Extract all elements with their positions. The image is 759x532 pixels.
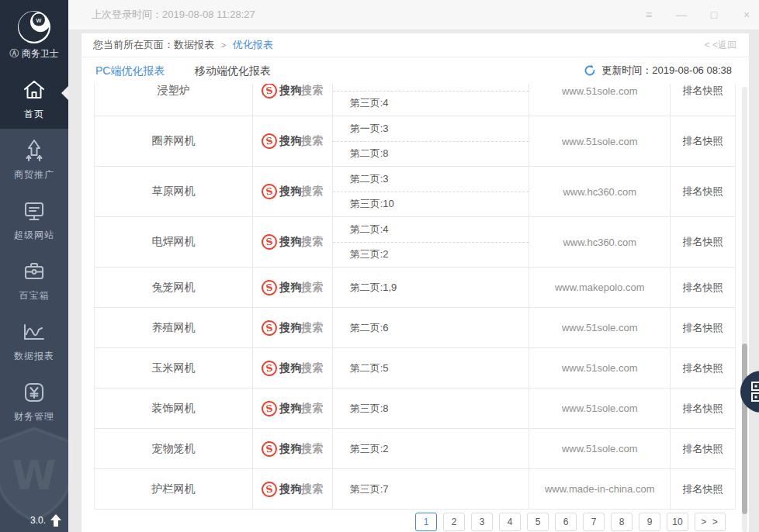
home-icon [21,77,47,103]
keyword-cell: 宠物笼机 [95,429,253,468]
tab-pc-report[interactable]: PC端优化报表 [94,57,166,85]
page-button-2[interactable]: 2 [443,513,465,531]
close-window-button[interactable]: × [740,9,753,20]
sogou-name-light: 搜索 [301,185,323,199]
page-button-5[interactable]: 5 [527,513,549,531]
page-rank-line: 第三页:2 [333,243,529,268]
promotion-icon [21,137,47,164]
snapshot-link[interactable]: 排名快照 [671,116,735,166]
snapshot-link[interactable]: 排名快照 [671,268,735,307]
sidebar-nav: 首页商贸推广超级网站百宝箱数据报表财务管理 [0,68,68,431]
svg-text:W: W [12,452,56,499]
sidebar-item-finance[interactable]: 财务管理 [0,371,68,431]
search-engine-cell: S搜狗搜索 [253,308,333,347]
search-engine-cell: S搜狗搜索 [253,268,333,307]
sidebar-item-report[interactable]: 数据报表 [0,310,68,371]
sogou-name-light: 搜索 [301,361,323,375]
website-cell: www.hc360.com [529,217,671,267]
app-logo-block: w Ⓐ 商务卫士 [0,0,68,68]
sidebar-item-toolbox[interactable]: 百宝箱 [0,250,68,310]
website-cell: www.51sole.com [529,348,671,388]
refresh-icon[interactable] [584,64,596,77]
update-arrow-icon[interactable] [50,513,62,527]
sidebar-item-home[interactable]: 首页 [0,68,68,129]
sogou-logo: S搜狗搜索 [262,234,323,250]
sidebar: w Ⓐ 商务卫士 首页商贸推广超级网站百宝箱数据报表财务管理 W 3.0. [0,0,68,532]
sidebar-item-website[interactable]: 超级网站 [0,189,68,250]
search-engine-cell: S搜狗搜索 [253,429,333,468]
sogou-name-light: 搜索 [301,482,323,496]
page-button-9[interactable]: 9 [639,513,660,531]
page-rank-cell: 第二页:1,9 [333,268,530,307]
sogou-s-icon: S [261,183,279,201]
snapshot-link[interactable]: 排名快照 [671,429,735,468]
page-rank-cell: 第三页:7 [333,469,530,509]
table-row: 玉米网机S搜狗搜索第二页:5www.51sole.com排名快照 [94,348,736,389]
sogou-logo: S搜狗搜索 [262,320,323,336]
sogou-name-strong: 搜狗 [279,235,301,249]
search-engine-cell: S搜狗搜索 [253,167,333,216]
pagination: 12345678910> > [415,513,726,531]
snapshot-link[interactable]: 排名快照 [671,469,735,509]
website-cell: www.51sole.com [529,116,671,166]
page-button-3[interactable]: 3 [471,513,493,531]
keyword-cell: 兔笼网机 [95,268,253,307]
page-button-6[interactable]: 6 [555,513,577,531]
sogou-s-icon: S [261,399,279,417]
active-item-notch-icon [61,86,68,100]
titlebar: 上次登录时间：2019-08-08 11:28:27 ≡—□× [68,0,759,29]
page-button-10[interactable]: 10 [667,513,688,531]
shield-watermark-icon: W [0,423,82,524]
minimize-window-button[interactable]: — [675,9,688,20]
next-page-button[interactable]: > > [695,513,726,531]
snapshot-link[interactable]: 排名快照 [671,308,735,347]
snapshot-link[interactable]: 排名快照 [671,84,735,116]
sogou-name-light: 搜索 [301,84,323,98]
sogou-name-light: 搜索 [301,402,323,416]
page-rank-cell: 第三页:8 [333,389,530,428]
page-rank-line: 第二页:5 [333,349,529,388]
sogou-logo: S搜狗搜索 [262,482,323,497]
sogou-s-icon: S [261,84,279,99]
sogou-s-icon: S [261,440,279,458]
sogou-logo: S搜狗搜索 [262,280,323,295]
qr-code-icon [750,381,759,402]
maximize-window-button[interactable]: □ [708,9,720,20]
keyword-cell: 护栏网机 [95,469,253,509]
sidebar-item-label: 数据报表 [14,350,54,363]
page-rank-cell: 第二页:5 [333,348,530,388]
scrollbar-thumb[interactable] [742,344,747,514]
page-rank-line: 第三页:8 [333,389,529,428]
sogou-s-icon: S [261,480,279,498]
search-engine-cell: S搜狗搜索 [253,389,333,428]
page-button-1[interactable]: 1 [415,513,437,531]
sogou-s-icon: S [261,278,279,296]
menu-window-button[interactable]: ≡ [643,9,655,20]
page-button-4[interactable]: 4 [499,513,521,531]
toolbox-icon [21,258,47,285]
tab-mobile-report[interactable]: 移动端优化报表 [193,57,272,85]
table-row: 护栏网机S搜狗搜索第三页:7www.made-in-china.com排名快照 [94,469,736,510]
snapshot-link[interactable]: 排名快照 [671,167,735,216]
sogou-name-light: 搜索 [301,235,323,249]
page-rank-cell: 第二页:6 [333,308,530,347]
sogou-name-strong: 搜狗 [279,402,301,416]
page-button-8[interactable]: 8 [611,513,632,531]
table-row: 浸塑炉S搜狗搜索第三页:4www.51sole.com排名快照 [94,84,736,116]
snapshot-link[interactable]: 排名快照 [671,389,735,428]
back-link[interactable]: < <返回 [705,33,736,57]
snapshot-link[interactable]: 排名快照 [671,348,735,388]
snapshot-link[interactable]: 排名快照 [671,217,735,267]
tab-bar: PC端优化报表 移动端优化报表 更新时间：2019-08-06 08:38 [81,57,749,84]
page-button-7[interactable]: 7 [583,513,605,531]
page-rank-cell: 第二页:4第三页:2 [333,217,530,267]
page-rank-line: 第二页:8 [333,142,529,167]
breadcrumb-current-link[interactable]: 优化报表 [233,39,273,50]
sidebar-item-promotion[interactable]: 商贸推广 [0,129,68,189]
website-cell: www.hc360.com [529,167,671,216]
page-rank-line: 第三页:4 [333,92,529,116]
table-row: 宠物笼机S搜狗搜索第三页:2www.51sole.com排名快照 [94,429,736,469]
sogou-name-strong: 搜狗 [279,442,301,456]
sogou-s-icon: S [261,319,279,337]
page-rank-line: 第三页:10 [333,192,529,217]
